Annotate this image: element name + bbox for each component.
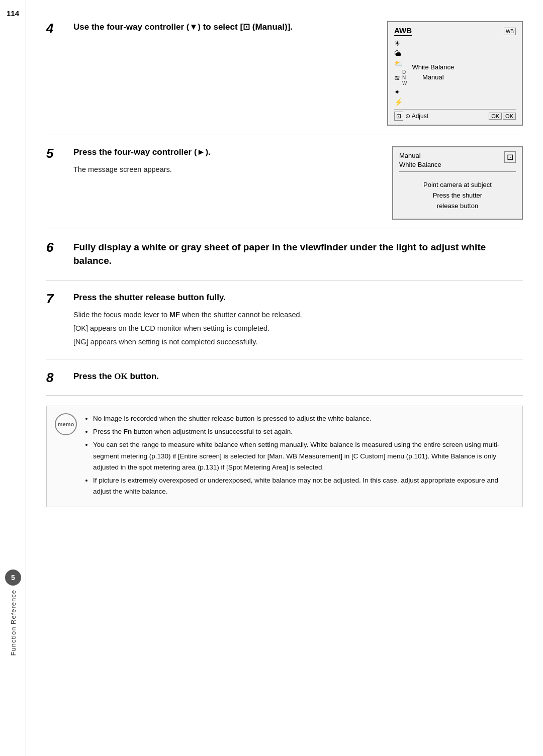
wb-icon-sun: ☀: [394, 39, 407, 47]
memo-bullet-3-text: You can set the range to measure white b…: [93, 441, 499, 471]
memo-bullets: No image is recorded when the shutter re…: [85, 413, 514, 500]
step-8-title: Press the OK button.: [73, 370, 523, 383]
step-6-number: 6: [46, 240, 63, 255]
manual-title1: Manual: [399, 151, 441, 160]
memo-icon-label: memo: [58, 421, 74, 427]
step-7-body3: [NG] appears when setting is not complet…: [73, 336, 523, 348]
step-5-content: Press the four-way controller (►). The m…: [73, 146, 523, 220]
wb-dnw-label: DNW: [402, 69, 407, 86]
awb-screen-footer: ⊡ ⊙ Adjust OK OK: [394, 109, 516, 121]
memo-fn: Fn: [124, 428, 132, 435]
wb-icon-fluorescent: ✦: [394, 88, 407, 96]
sidebar-label: Function Reference: [10, 590, 17, 655]
step-7-row: 7 Press the shutter release button fully…: [46, 280, 523, 359]
step-8-row: 8 Press the OK button.: [46, 359, 523, 396]
step-8-title-pre: Press the: [73, 371, 114, 381]
awb-screen-header: AWB WB: [394, 26, 516, 36]
awb-label: AWB: [394, 26, 412, 36]
page-number: 114: [0, 9, 26, 18]
memo-bullet-1: No image is recorded when the shutter re…: [93, 413, 514, 424]
manual-icon: ⊡: [504, 151, 516, 163]
step-8-number: 8: [46, 370, 63, 385]
manual-screen: Manual White Balance ⊡ Point camera at s…: [392, 146, 523, 220]
step-6-title: Fully display a white or gray sheet of p…: [73, 240, 523, 268]
step-8-ok: OK: [114, 371, 127, 381]
sidebar-circle: 5: [5, 570, 21, 586]
memo-bullet-1-text: No image is recorded when the shutter re…: [93, 415, 372, 422]
step-6-row: 6 Fully display a white or gray sheet of…: [46, 229, 523, 280]
memo-bullet-2: Press the Fn button when adjustment is u…: [93, 426, 514, 437]
memo-bullet-3: You can set the range to measure white b…: [93, 439, 514, 473]
awb-ok-buttons: OK OK: [489, 113, 516, 120]
step-4-text: Use the four-way controller (▼) to selec…: [73, 21, 377, 37]
manual-title2: White Balance: [399, 160, 441, 169]
wb-screen-label: White Balance: [412, 62, 454, 72]
step-4-screen: AWB WB ☀ 🌥 ⛅ ≋ DNW: [387, 21, 523, 126]
main-content: 4 Use the four-way controller (▼) to sel…: [26, 0, 543, 756]
step-7-mf: MF: [169, 311, 180, 319]
manual-msg1: Point camera at subject: [399, 180, 516, 191]
wb-icon-dnw: ≋: [394, 74, 400, 82]
wb-screen-value: Manual: [412, 72, 454, 82]
memo-icon: memo: [55, 413, 77, 435]
manual-msg3: release button: [399, 201, 516, 212]
step-5-screen: Manual White Balance ⊡ Point camera at s…: [392, 146, 523, 220]
step-4-title: Use the four-way controller (▼) to selec…: [73, 21, 377, 34]
wb-icon-flash: ⚡: [394, 98, 407, 106]
step-7-content: Press the shutter release button fully. …: [73, 292, 523, 350]
awb-screen: AWB WB ☀ 🌥 ⛅ ≋ DNW: [387, 21, 523, 126]
step-7-body2: [OK] appears on the LCD monitor when set…: [73, 323, 523, 334]
awb-screen-body: ☀ 🌥 ⛅ ≋ DNW ✦ ⚡ Whi: [394, 38, 516, 106]
sidebar-tab: 5 Function Reference: [0, 570, 26, 655]
memo-bullet-4-text: If picture is extremely overexposed or u…: [93, 477, 498, 495]
step-4-content: Use the four-way controller (▼) to selec…: [73, 21, 523, 126]
wb-icon-dnw-row: ≋ DNW: [394, 69, 407, 86]
step-5-body: The message screen appears.: [73, 164, 382, 175]
step-5-row: 5 Press the four-way controller (►). The…: [46, 135, 523, 229]
step-8-title-post: button.: [128, 371, 159, 381]
step-7-number: 7: [46, 292, 63, 306]
step-5-text: Press the four-way controller (►). The m…: [73, 146, 382, 177]
memo-section: memo No image is recorded when the shutt…: [46, 406, 523, 507]
step-6-content: Fully display a white or gray sheet of p…: [73, 240, 523, 271]
wb-badge: WB: [504, 28, 516, 35]
memo-bullet-4: If picture is extremely overexposed or u…: [93, 475, 514, 498]
manual-screen-header: Manual White Balance ⊡: [399, 151, 516, 172]
sidebar: 114 5 Function Reference: [0, 0, 26, 756]
manual-title-col: Manual White Balance: [399, 151, 441, 169]
step-5-number: 5: [46, 146, 63, 161]
manual-msg2: Press the shutter: [399, 191, 516, 201]
awb-footer-left: ⊡ ⊙ Adjust: [394, 112, 428, 121]
wb-icon-cloud: 🌥: [394, 49, 407, 57]
step-7-body1: Slide the focus mode lever to MF when th…: [73, 309, 523, 321]
step-5-title: Press the four-way controller (►).: [73, 146, 382, 159]
step-5-body-text: The message screen appears.: [73, 164, 382, 175]
step-7-body: Slide the focus mode lever to MF when th…: [73, 309, 523, 348]
step-8-content: Press the OK button.: [73, 370, 523, 386]
wb-icons-col: ☀ 🌥 ⛅ ≋ DNW ✦ ⚡: [394, 38, 407, 106]
step-4-row: 4 Use the four-way controller (▼) to sel…: [46, 10, 523, 135]
awb-ok2: OK: [503, 113, 516, 120]
manual-screen-body: Point camera at subject Press the shutte…: [399, 177, 516, 214]
wb-icon-shade: ⛅: [394, 59, 407, 67]
wb-info-col: White Balance Manual: [412, 38, 454, 106]
step-7-title: Press the shutter release button fully.: [73, 292, 523, 304]
awb-ok1: OK: [489, 113, 502, 120]
step-4-number: 4: [46, 21, 63, 36]
awb-footer-icon: ⊡: [394, 112, 403, 121]
awb-adjust-label: ⊙ Adjust: [405, 113, 428, 120]
